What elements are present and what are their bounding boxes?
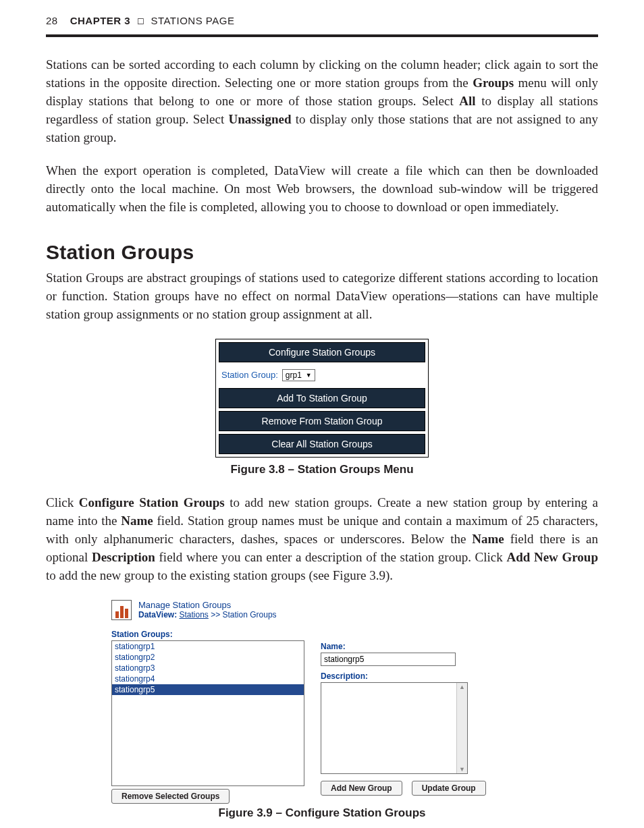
remove-selected-groups-button[interactable]: Remove Selected Groups [111,789,230,804]
list-item[interactable]: stationgrp3 [112,663,304,673]
name-keyword-2: Name [472,532,504,546]
name-keyword: Name [121,514,153,528]
running-header: 28 CHAPTER 3 ☐ STATIONS PAGE [46,15,598,26]
breadcrumb: DataView: Stations >> Station Groups [138,610,277,619]
station-group-select[interactable]: grp1 ▼ [282,369,315,381]
list-item[interactable]: stationgrp1 [112,641,304,652]
header-rule [46,34,598,37]
add-to-station-group-button[interactable]: Add To Station Group [219,388,425,408]
update-group-button[interactable]: Update Group [412,781,486,796]
figure-header: Manage Station Groups DataView: Stations… [111,600,533,620]
list-item-selected[interactable]: stationgrp5 [112,684,304,695]
station-group-label: Station Group: [221,370,278,380]
unassigned-keyword: Unassigned [229,112,292,126]
scroll-down-icon[interactable]: ▼ [457,765,467,773]
add-new-group-button[interactable]: Add New Group [321,781,402,796]
divider-square-icon: ☐ [137,17,145,26]
breadcrumb-tail: >> Station Groups [209,610,277,619]
scroll-up-icon[interactable]: ▲ [457,683,467,691]
groups-keyword: Groups [473,76,514,90]
configure-station-groups-button[interactable]: Configure Station Groups [219,342,425,362]
chevron-down-icon: ▼ [306,372,312,379]
text: field where you can enter a description … [155,550,507,564]
description-keyword: Description [92,550,155,564]
paragraph-4: Click Configure Station Groups to add ne… [46,494,598,585]
breadcrumb-app: DataView: [138,610,177,619]
clear-all-station-groups-button[interactable]: Clear All Station Groups [219,434,425,454]
station-group-selector-row: Station Group: grp1 ▼ [216,365,428,385]
paragraph-2: When the export operation is completed, … [46,162,598,217]
configure-station-groups-keyword: Configure Station Groups [79,495,225,509]
description-textarea[interactable]: ▲ ▼ [321,682,468,774]
paragraph-3: Station Groups are abstract groupings of… [46,269,598,324]
scrollbar[interactable]: ▲ ▼ [456,683,467,773]
page-number: 28 [46,15,58,26]
station-groups-label: Station Groups: [111,630,304,639]
station-groups-listbox[interactable]: stationgrp1 stationgrp2 stationgrp3 stat… [111,640,304,786]
dataview-logo-icon [111,600,132,620]
section-title-station-groups: Station Groups [46,241,598,264]
add-new-group-keyword: Add New Group [506,550,598,564]
figure-3-8-caption: Figure 3.8 – Station Groups Menu [46,463,598,476]
chapter-label: CHAPTER 3 [70,15,131,26]
section-label: STATIONS PAGE [151,15,234,26]
name-label: Name: [321,642,533,651]
breadcrumb-stations-link[interactable]: Stations [179,610,208,619]
window-title: Manage Station Groups [138,600,277,610]
figure-3-9-caption: Figure 3.9 – Configure Station Groups [46,806,598,820]
figure-station-groups-menu: Configure Station Groups Station Group: … [215,339,429,458]
paragraph-1: Stations can be sorted according to each… [46,56,598,147]
text: to add the new group to the existing sta… [46,568,393,582]
name-input[interactable]: stationgrp5 [321,653,456,666]
list-item[interactable]: stationgrp4 [112,673,304,684]
remove-from-station-group-button[interactable]: Remove From Station Group [219,411,425,431]
list-item[interactable]: stationgrp2 [112,652,304,663]
all-keyword: All [459,94,475,108]
description-label: Description: [321,671,533,681]
station-group-select-value: grp1 [286,370,302,380]
text: Click [46,495,79,509]
figure-manage-station-groups: Manage Station Groups DataView: Stations… [111,600,533,801]
